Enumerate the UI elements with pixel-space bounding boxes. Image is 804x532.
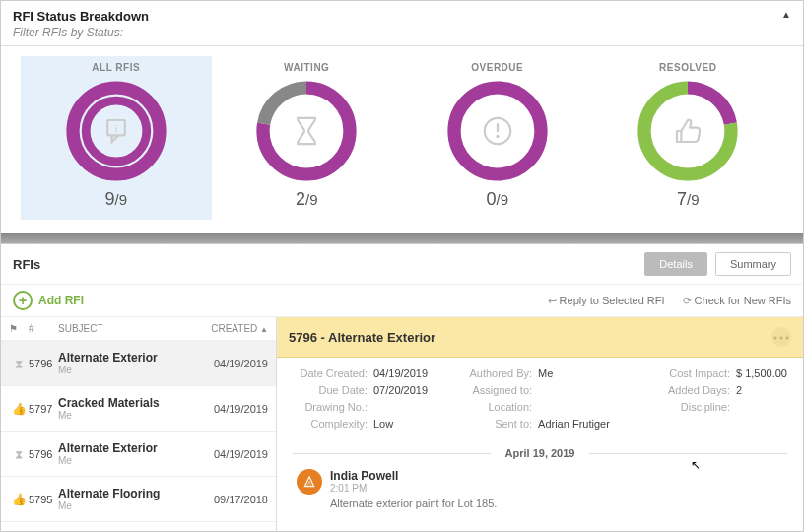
collapse-arrow-icon[interactable]: ▲	[781, 9, 791, 20]
add-rfi-button[interactable]: + Add RFI	[13, 291, 84, 310]
comment-text: Alternate exterior paint for Lot 185.	[330, 498, 497, 509]
comment-item: India Powell 2:01 PM Alternate exterior …	[277, 465, 803, 513]
comment-time: 2:01 PM	[330, 483, 497, 494]
hourglass-icon: ⧗	[9, 447, 29, 461]
cursor-icon: ↖	[691, 458, 701, 472]
hourglass-icon: ⧗	[9, 357, 29, 370]
donut-count: 0/9	[410, 189, 585, 210]
reply-selected-link[interactable]: ↩Reply to Selected RFI	[548, 295, 665, 307]
flag-column-icon[interactable]: ⚑	[9, 323, 29, 334]
donut-waiting-icon	[252, 77, 361, 185]
status-card-all[interactable]: ALL RFIS i 9/9	[21, 56, 212, 220]
detail-title: 5796 - Alternate Exterior	[289, 330, 436, 345]
list-item[interactable]: 👍 5795 Alternate FlooringMe 09/17/2018	[1, 477, 276, 522]
rfis-section-title: RFIs	[13, 257, 40, 272]
col-number[interactable]: #	[29, 323, 58, 334]
status-card-waiting[interactable]: WAITING 2/9	[212, 56, 403, 220]
donut-all-icon: i	[62, 77, 170, 185]
col-subject[interactable]: SUBJECT	[58, 323, 197, 334]
list-header: ⚑ # SUBJECT CREATED ▲	[1, 317, 276, 341]
plus-icon: +	[13, 291, 33, 310]
list-item[interactable]: ⧗ 5796 Alternate ExteriorMe 04/19/2019	[1, 432, 276, 477]
status-label: WAITING	[220, 62, 395, 73]
col-created[interactable]: CREATED ▲	[197, 323, 268, 334]
filter-subtext: Filter RFIs by Status:	[1, 24, 803, 46]
more-options-icon[interactable]: ⋯	[771, 327, 791, 347]
donut-count: 7/9	[601, 189, 776, 210]
donut-overdue-icon	[443, 77, 552, 185]
list-item[interactable]: 👍 5797 Cracked MaterialsMe 04/19/2019	[1, 386, 276, 432]
list-item[interactable]: ⧗ 5796 Alternate ExteriorMe 04/19/2019	[1, 341, 276, 386]
donut-count: 2/9	[220, 189, 395, 210]
sort-asc-icon: ▲	[260, 325, 268, 334]
page-title: RFI Status Breakdown	[13, 9, 791, 24]
check-new-link[interactable]: ⟳Check for New RFIs	[683, 295, 791, 307]
status-card-resolved[interactable]: RESOLVED 7/9	[593, 56, 784, 220]
tab-summary[interactable]: Summary	[715, 252, 791, 276]
svg-text:i: i	[115, 123, 117, 134]
donut-resolved-icon	[634, 77, 742, 185]
donut-count: 9/9	[29, 189, 204, 210]
status-card-overdue[interactable]: OVERDUE 0/9	[402, 56, 593, 220]
status-label: ALL RFIS	[29, 62, 204, 73]
timeline-date: April 19, 2019	[293, 447, 787, 459]
avatar	[297, 469, 322, 495]
detail-meta: Date Created:04/19/2019 Due Date:07/20/2…	[277, 358, 803, 439]
comment-author: India Powell	[330, 469, 497, 483]
reply-icon: ↩	[548, 295, 557, 306]
thumbs-up-icon: 👍	[9, 402, 29, 416]
refresh-icon: ⟳	[683, 295, 692, 306]
thumbs-up-icon: 👍	[9, 493, 29, 506]
status-label: RESOLVED	[601, 62, 776, 73]
divider-band	[1, 233, 803, 243]
status-donut-row: ALL RFIS i 9/9 WAITING 2/9	[1, 46, 803, 233]
status-label: OVERDUE	[410, 62, 585, 73]
svg-point-12	[496, 135, 499, 138]
tab-details[interactable]: Details	[644, 252, 707, 276]
